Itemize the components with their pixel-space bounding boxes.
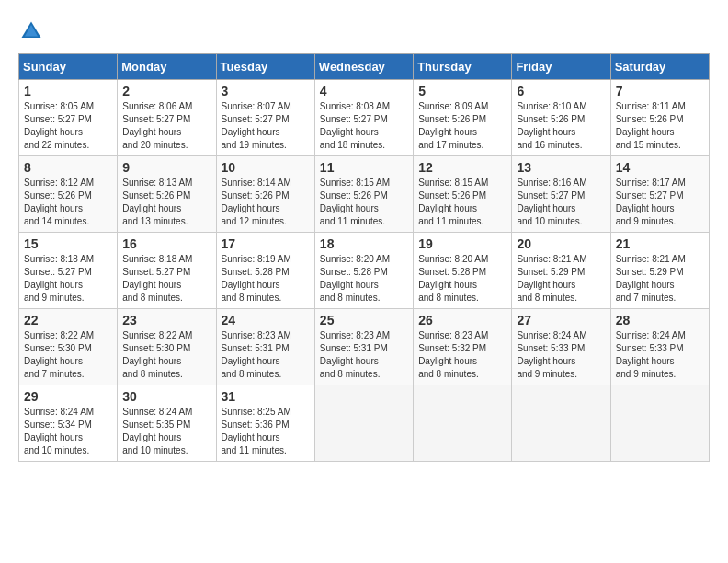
day-info: Sunrise: 8:24 AMSunset: 5:34 PMDaylight … xyxy=(24,406,112,457)
day-info: Sunrise: 8:09 AMSunset: 5:26 PMDaylight … xyxy=(418,100,506,152)
calendar-cell: 5Sunrise: 8:09 AMSunset: 5:26 PMDaylight… xyxy=(414,80,512,156)
weekday-header-thursday: Thursday xyxy=(414,54,512,80)
calendar-cell: 2Sunrise: 8:06 AMSunset: 5:27 PMDaylight… xyxy=(118,80,216,156)
calendar-week-2: 8Sunrise: 8:12 AMSunset: 5:26 PMDaylight… xyxy=(19,156,710,233)
day-info: Sunrise: 8:10 AMSunset: 5:26 PMDaylight … xyxy=(517,100,605,152)
calendar-cell: 10Sunrise: 8:14 AMSunset: 5:26 PMDayligh… xyxy=(216,156,314,233)
calendar-cell: 17Sunrise: 8:19 AMSunset: 5:28 PMDayligh… xyxy=(216,233,314,309)
day-info: Sunrise: 8:22 AMSunset: 5:30 PMDaylight … xyxy=(24,329,112,381)
day-info: Sunrise: 8:18 AMSunset: 5:27 PMDaylight … xyxy=(122,253,210,304)
day-number: 10 xyxy=(222,160,310,175)
day-info: Sunrise: 8:15 AMSunset: 5:26 PMDaylight … xyxy=(418,177,506,228)
day-number: 2 xyxy=(122,84,210,98)
day-info: Sunrise: 8:15 AMSunset: 5:26 PMDaylight … xyxy=(320,177,408,228)
day-info: Sunrise: 8:18 AMSunset: 5:27 PMDaylight … xyxy=(24,253,112,304)
calendar-cell: 7Sunrise: 8:11 AMSunset: 5:26 PMDaylight… xyxy=(610,80,709,156)
day-info: Sunrise: 8:06 AMSunset: 5:27 PMDaylight … xyxy=(122,100,210,152)
calendar-cell: 6Sunrise: 8:10 AMSunset: 5:26 PMDaylight… xyxy=(512,80,610,156)
calendar-cell: 27Sunrise: 8:24 AMSunset: 5:33 PMDayligh… xyxy=(512,309,610,385)
day-number: 14 xyxy=(616,160,704,175)
day-info: Sunrise: 8:19 AMSunset: 5:28 PMDaylight … xyxy=(222,253,310,304)
day-info: Sunrise: 8:14 AMSunset: 5:26 PMDaylight … xyxy=(222,177,310,228)
calendar-table: SundayMondayTuesdayWednesdayThursdayFrid… xyxy=(18,53,710,462)
calendar-cell: 23Sunrise: 8:22 AMSunset: 5:30 PMDayligh… xyxy=(118,309,216,385)
day-info: Sunrise: 8:21 AMSunset: 5:29 PMDaylight … xyxy=(517,253,605,304)
calendar-cell: 12Sunrise: 8:15 AMSunset: 5:26 PMDayligh… xyxy=(414,156,512,233)
day-number: 5 xyxy=(418,84,506,98)
day-info: Sunrise: 8:24 AMSunset: 5:35 PMDaylight … xyxy=(122,406,210,457)
day-number: 27 xyxy=(517,313,605,327)
day-number: 18 xyxy=(320,236,408,251)
day-info: Sunrise: 8:24 AMSunset: 5:33 PMDaylight … xyxy=(616,329,704,381)
calendar-week-3: 15Sunrise: 8:18 AMSunset: 5:27 PMDayligh… xyxy=(19,233,710,309)
day-number: 24 xyxy=(222,313,310,327)
day-info: Sunrise: 8:07 AMSunset: 5:27 PMDaylight … xyxy=(222,100,310,152)
day-number: 15 xyxy=(24,236,112,251)
calendar-cell: 20Sunrise: 8:21 AMSunset: 5:29 PMDayligh… xyxy=(512,233,610,309)
day-number: 19 xyxy=(418,236,506,251)
calendar-week-4: 22Sunrise: 8:22 AMSunset: 5:30 PMDayligh… xyxy=(19,309,710,385)
day-info: Sunrise: 8:16 AMSunset: 5:27 PMDaylight … xyxy=(517,177,605,228)
calendar-cell: 22Sunrise: 8:22 AMSunset: 5:30 PMDayligh… xyxy=(19,309,118,385)
day-info: Sunrise: 8:20 AMSunset: 5:28 PMDaylight … xyxy=(418,253,506,304)
day-number: 1 xyxy=(24,84,112,98)
calendar-cell: 18Sunrise: 8:20 AMSunset: 5:28 PMDayligh… xyxy=(314,233,413,309)
calendar-cell: 28Sunrise: 8:24 AMSunset: 5:33 PMDayligh… xyxy=(610,309,709,385)
weekday-header-friday: Friday xyxy=(512,54,610,80)
day-number: 6 xyxy=(517,84,605,98)
calendar-cell: 1Sunrise: 8:05 AMSunset: 5:27 PMDaylight… xyxy=(19,80,118,156)
day-info: Sunrise: 8:08 AMSunset: 5:27 PMDaylight … xyxy=(320,100,408,152)
calendar-cell: 21Sunrise: 8:21 AMSunset: 5:29 PMDayligh… xyxy=(610,233,709,309)
day-info: Sunrise: 8:25 AMSunset: 5:36 PMDaylight … xyxy=(222,406,310,457)
calendar-cell: 9Sunrise: 8:13 AMSunset: 5:26 PMDaylight… xyxy=(118,156,216,233)
calendar-cell: 3Sunrise: 8:07 AMSunset: 5:27 PMDaylight… xyxy=(216,80,314,156)
day-info: Sunrise: 8:23 AMSunset: 5:32 PMDaylight … xyxy=(418,329,506,381)
calendar-cell xyxy=(512,385,610,462)
logo-icon xyxy=(18,18,44,44)
weekday-header-wednesday: Wednesday xyxy=(314,54,413,80)
calendar-cell: 14Sunrise: 8:17 AMSunset: 5:27 PMDayligh… xyxy=(610,156,709,233)
day-info: Sunrise: 8:12 AMSunset: 5:26 PMDaylight … xyxy=(24,177,112,228)
day-number: 12 xyxy=(418,160,506,175)
calendar-cell: 8Sunrise: 8:12 AMSunset: 5:26 PMDaylight… xyxy=(19,156,118,233)
calendar-header-row: SundayMondayTuesdayWednesdayThursdayFrid… xyxy=(19,54,710,80)
calendar-cell: 30Sunrise: 8:24 AMSunset: 5:35 PMDayligh… xyxy=(118,385,216,462)
logo xyxy=(18,18,48,44)
calendar-cell: 24Sunrise: 8:23 AMSunset: 5:31 PMDayligh… xyxy=(216,309,314,385)
page-header xyxy=(18,18,710,44)
calendar-week-1: 1Sunrise: 8:05 AMSunset: 5:27 PMDaylight… xyxy=(19,80,710,156)
day-number: 11 xyxy=(320,160,408,175)
calendar-cell: 26Sunrise: 8:23 AMSunset: 5:32 PMDayligh… xyxy=(414,309,512,385)
weekday-header-sunday: Sunday xyxy=(19,54,118,80)
calendar-cell xyxy=(314,385,413,462)
calendar-cell xyxy=(610,385,709,462)
day-number: 28 xyxy=(616,313,704,327)
day-info: Sunrise: 8:20 AMSunset: 5:28 PMDaylight … xyxy=(320,253,408,304)
day-number: 7 xyxy=(616,84,704,98)
day-info: Sunrise: 8:13 AMSunset: 5:26 PMDaylight … xyxy=(122,177,210,228)
day-info: Sunrise: 8:22 AMSunset: 5:30 PMDaylight … xyxy=(122,329,210,381)
calendar-cell: 15Sunrise: 8:18 AMSunset: 5:27 PMDayligh… xyxy=(19,233,118,309)
day-number: 9 xyxy=(122,160,210,175)
day-number: 25 xyxy=(320,313,408,327)
calendar-week-5: 29Sunrise: 8:24 AMSunset: 5:34 PMDayligh… xyxy=(19,385,710,462)
calendar-cell: 11Sunrise: 8:15 AMSunset: 5:26 PMDayligh… xyxy=(314,156,413,233)
calendar-cell: 19Sunrise: 8:20 AMSunset: 5:28 PMDayligh… xyxy=(414,233,512,309)
calendar-cell: 13Sunrise: 8:16 AMSunset: 5:27 PMDayligh… xyxy=(512,156,610,233)
day-info: Sunrise: 8:17 AMSunset: 5:27 PMDaylight … xyxy=(616,177,704,228)
day-info: Sunrise: 8:24 AMSunset: 5:33 PMDaylight … xyxy=(517,329,605,381)
calendar-cell: 29Sunrise: 8:24 AMSunset: 5:34 PMDayligh… xyxy=(19,385,118,462)
calendar-cell: 4Sunrise: 8:08 AMSunset: 5:27 PMDaylight… xyxy=(314,80,413,156)
weekday-header-monday: Monday xyxy=(118,54,216,80)
day-number: 4 xyxy=(320,84,408,98)
calendar-cell: 25Sunrise: 8:23 AMSunset: 5:31 PMDayligh… xyxy=(314,309,413,385)
day-number: 3 xyxy=(222,84,310,98)
calendar-body: 1Sunrise: 8:05 AMSunset: 5:27 PMDaylight… xyxy=(19,80,710,462)
day-number: 31 xyxy=(222,389,310,404)
day-number: 22 xyxy=(24,313,112,327)
calendar-cell xyxy=(414,385,512,462)
day-number: 20 xyxy=(517,236,605,251)
day-number: 13 xyxy=(517,160,605,175)
day-number: 29 xyxy=(24,389,112,404)
day-number: 16 xyxy=(122,236,210,251)
